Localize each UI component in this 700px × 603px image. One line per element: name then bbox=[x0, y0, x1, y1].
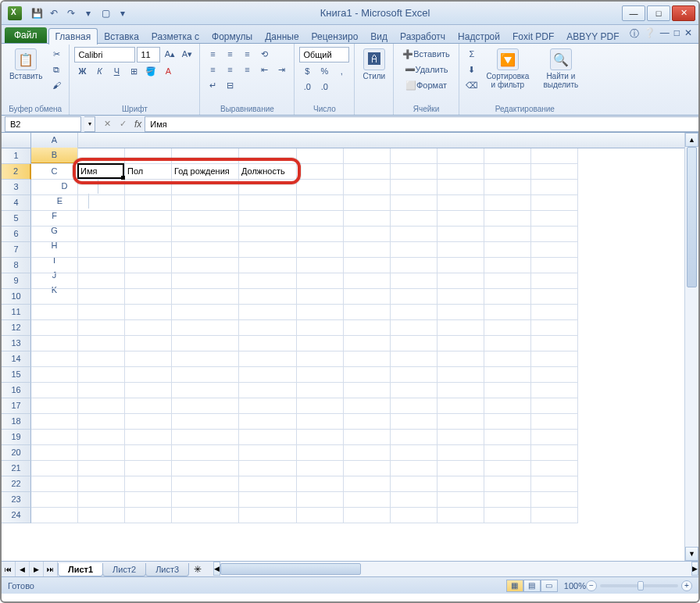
cell-G10[interactable] bbox=[344, 289, 391, 305]
sheet-prev-icon[interactable]: ◀ bbox=[16, 562, 30, 576]
cell-G11[interactable] bbox=[344, 305, 391, 320]
row-header-12[interactable]: 12 bbox=[2, 320, 31, 336]
align-left-icon[interactable]: ≡ bbox=[205, 62, 220, 77]
cell-E24[interactable] bbox=[239, 508, 297, 523]
horizontal-scrollbar[interactable]: ◀ ▶ bbox=[213, 562, 698, 576]
cells-grid[interactable]: 12ИмяПолГод рожденияДолжность34567891011… bbox=[2, 148, 684, 523]
cell-C21[interactable] bbox=[125, 461, 172, 476]
cell-F6[interactable] bbox=[297, 227, 344, 242]
cell-B23[interactable] bbox=[78, 492, 125, 508]
cell-K13[interactable] bbox=[531, 336, 578, 351]
cell-E12[interactable] bbox=[239, 320, 297, 336]
cell-B22[interactable] bbox=[78, 476, 125, 492]
cell-H16[interactable] bbox=[391, 383, 438, 398]
cell-E8[interactable] bbox=[239, 258, 297, 273]
enter-formula-icon[interactable]: ✓ bbox=[116, 117, 130, 131]
decrease-indent-icon[interactable]: ⇤ bbox=[256, 62, 272, 77]
cell-B19[interactable] bbox=[78, 430, 125, 445]
cell-I18[interactable] bbox=[438, 414, 484, 430]
decrease-font-icon[interactable]: A▾ bbox=[179, 47, 195, 61]
cell-K20[interactable] bbox=[531, 445, 578, 461]
cell-C15[interactable] bbox=[125, 367, 172, 383]
cell-E4[interactable] bbox=[239, 195, 297, 211]
cell-H11[interactable] bbox=[391, 305, 438, 320]
cell-A20[interactable] bbox=[31, 445, 78, 461]
zoom-in-icon[interactable]: + bbox=[681, 580, 692, 591]
cell-F19[interactable] bbox=[297, 430, 344, 445]
align-middle-icon[interactable]: ≡ bbox=[222, 47, 238, 61]
font-name-select[interactable] bbox=[74, 47, 135, 62]
cell-K14[interactable] bbox=[531, 351, 578, 367]
cell-H21[interactable] bbox=[391, 461, 438, 476]
cell-F11[interactable] bbox=[297, 305, 344, 320]
cell-C7[interactable] bbox=[125, 242, 172, 258]
sheet-last-icon[interactable]: ⏭ bbox=[44, 562, 58, 576]
styles-button[interactable]: 🅰 Стили bbox=[359, 47, 388, 82]
cell-J14[interactable] bbox=[484, 351, 531, 367]
ribbon-tab-7[interactable]: Разработч bbox=[394, 29, 452, 45]
cell-I4[interactable] bbox=[438, 195, 484, 211]
cell-A5[interactable] bbox=[31, 211, 78, 227]
cell-C23[interactable] bbox=[125, 492, 172, 508]
cut-icon[interactable]: ✂ bbox=[48, 47, 64, 61]
cell-H18[interactable] bbox=[391, 414, 438, 430]
cell-E3[interactable] bbox=[239, 180, 297, 195]
cell-K24[interactable] bbox=[531, 508, 578, 523]
ribbon-tab-0[interactable]: Главная bbox=[48, 28, 98, 45]
align-right-icon[interactable]: ≡ bbox=[239, 62, 255, 77]
cell-K1[interactable] bbox=[531, 148, 578, 164]
row-header-17[interactable]: 17 bbox=[2, 398, 31, 414]
cell-F18[interactable] bbox=[297, 414, 344, 430]
minimize-ribbon-icon[interactable]: ⓘ bbox=[630, 27, 639, 41]
cell-K3[interactable] bbox=[531, 180, 578, 195]
cell-C20[interactable] bbox=[125, 445, 172, 461]
cell-H24[interactable] bbox=[391, 508, 438, 523]
format-cells-button[interactable]: ⬜ Формат bbox=[398, 78, 454, 92]
cell-E10[interactable] bbox=[239, 289, 297, 305]
cell-I3[interactable] bbox=[438, 180, 484, 195]
row-header-22[interactable]: 22 bbox=[2, 476, 31, 492]
cell-K21[interactable] bbox=[531, 461, 578, 476]
cell-I20[interactable] bbox=[438, 445, 484, 461]
cell-K12[interactable] bbox=[531, 320, 578, 336]
cell-E11[interactable] bbox=[239, 305, 297, 320]
cell-F9[interactable] bbox=[297, 273, 344, 289]
cell-I21[interactable] bbox=[438, 461, 484, 476]
cell-E5[interactable] bbox=[239, 211, 297, 227]
cell-H10[interactable] bbox=[391, 289, 438, 305]
cell-A19[interactable] bbox=[31, 430, 78, 445]
cell-C11[interactable] bbox=[125, 305, 172, 320]
cell-G1[interactable] bbox=[344, 148, 391, 164]
cell-F8[interactable] bbox=[297, 258, 344, 273]
cell-G15[interactable] bbox=[344, 367, 391, 383]
qat-more-icon[interactable]: ▾ bbox=[81, 6, 95, 20]
cell-F4[interactable] bbox=[297, 195, 344, 211]
cell-I12[interactable] bbox=[438, 320, 484, 336]
cell-B10[interactable] bbox=[78, 289, 125, 305]
row-header-18[interactable]: 18 bbox=[2, 414, 31, 430]
increase-indent-icon[interactable]: ⇥ bbox=[273, 62, 289, 77]
cell-I15[interactable] bbox=[438, 367, 484, 383]
cell-J3[interactable] bbox=[484, 180, 531, 195]
cell-D20[interactable] bbox=[172, 445, 239, 461]
cell-E17[interactable] bbox=[239, 398, 297, 414]
file-tab[interactable]: Файл bbox=[5, 27, 47, 43]
cell-D21[interactable] bbox=[172, 461, 239, 476]
comma-icon[interactable]: , bbox=[334, 64, 349, 78]
cell-F1[interactable] bbox=[297, 148, 344, 164]
cell-J2[interactable] bbox=[484, 164, 531, 180]
cell-D7[interactable] bbox=[172, 242, 239, 258]
cell-D15[interactable] bbox=[172, 367, 239, 383]
cell-J19[interactable] bbox=[484, 430, 531, 445]
cell-D13[interactable] bbox=[172, 336, 239, 351]
insert-cells-button[interactable]: ➕ Вставить bbox=[398, 47, 454, 61]
cell-H9[interactable] bbox=[391, 273, 438, 289]
cell-G20[interactable] bbox=[344, 445, 391, 461]
cell-C24[interactable] bbox=[125, 508, 172, 523]
cell-H8[interactable] bbox=[391, 258, 438, 273]
ribbon-minimize-icon[interactable]: — bbox=[660, 27, 670, 41]
cell-J1[interactable] bbox=[484, 148, 531, 164]
cell-A10[interactable] bbox=[31, 289, 78, 305]
cell-H17[interactable] bbox=[391, 398, 438, 414]
cell-J4[interactable] bbox=[484, 195, 531, 211]
